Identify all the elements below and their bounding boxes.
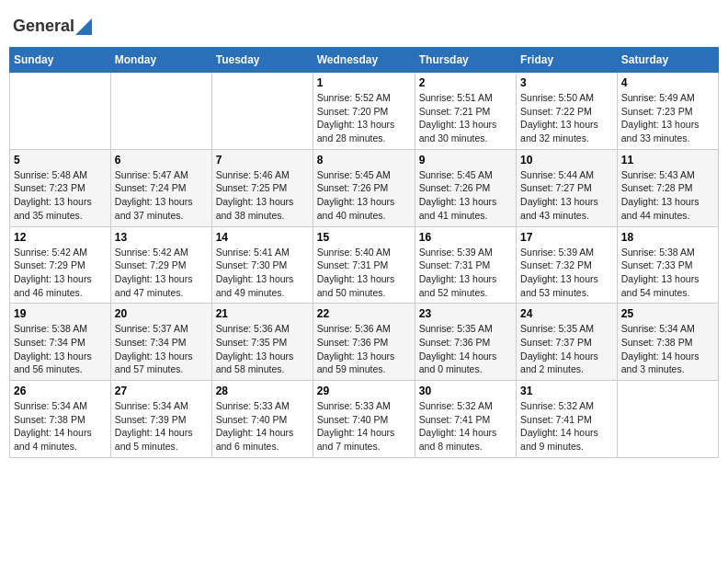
- calendar-cell: 25Sunrise: 5:34 AM Sunset: 7:38 PM Dayli…: [617, 304, 718, 381]
- calendar-cell: 15Sunrise: 5:40 AM Sunset: 7:31 PM Dayli…: [313, 226, 415, 304]
- day-info: Sunrise: 5:45 AM Sunset: 7:26 PM Dayligh…: [317, 168, 411, 223]
- calendar-cell: [211, 73, 313, 150]
- calendar-cell: 10Sunrise: 5:44 AM Sunset: 7:27 PM Dayli…: [517, 149, 618, 226]
- day-info: Sunrise: 5:51 AM Sunset: 7:21 PM Dayligh…: [419, 91, 512, 145]
- day-number: 27: [115, 385, 208, 397]
- day-number: 22: [317, 307, 411, 320]
- day-info: Sunrise: 5:36 AM Sunset: 7:35 PM Dayligh…: [216, 322, 309, 376]
- day-info: Sunrise: 5:37 AM Sunset: 7:34 PM Dayligh…: [115, 322, 208, 376]
- day-number: 9: [419, 154, 512, 167]
- day-info: Sunrise: 5:43 AM Sunset: 7:28 PM Dayligh…: [621, 168, 714, 223]
- day-info: Sunrise: 5:33 AM Sunset: 7:40 PM Dayligh…: [317, 399, 411, 454]
- day-info: Sunrise: 5:44 AM Sunset: 7:27 PM Dayligh…: [520, 168, 613, 223]
- day-info: Sunrise: 5:42 AM Sunset: 7:29 PM Dayligh…: [14, 246, 107, 300]
- day-number: 19: [14, 307, 107, 320]
- calendar-cell: 16Sunrise: 5:39 AM Sunset: 7:31 PM Dayli…: [415, 226, 516, 304]
- day-number: 6: [115, 154, 208, 167]
- day-number: 17: [520, 231, 613, 244]
- day-number: 4: [621, 76, 714, 89]
- day-info: Sunrise: 5:32 AM Sunset: 7:41 PM Dayligh…: [520, 399, 613, 454]
- day-info: Sunrise: 5:40 AM Sunset: 7:31 PM Dayligh…: [317, 246, 411, 300]
- day-header: Tuesday: [211, 48, 313, 73]
- calendar-cell: 17Sunrise: 5:39 AM Sunset: 7:32 PM Dayli…: [517, 226, 618, 304]
- day-info: Sunrise: 5:50 AM Sunset: 7:22 PM Dayligh…: [520, 91, 613, 145]
- day-info: Sunrise: 5:39 AM Sunset: 7:31 PM Dayligh…: [419, 246, 512, 300]
- calendar-table: SundayMondayTuesdayWednesdayThursdayFrid…: [9, 47, 719, 458]
- day-number: 3: [520, 76, 613, 89]
- day-number: 24: [520, 307, 613, 320]
- day-info: Sunrise: 5:35 AM Sunset: 7:37 PM Dayligh…: [520, 322, 613, 376]
- calendar-cell: 6Sunrise: 5:47 AM Sunset: 7:24 PM Daylig…: [110, 149, 211, 226]
- page-header: General: [9, 9, 719, 40]
- calendar-cell: 11Sunrise: 5:43 AM Sunset: 7:28 PM Dayli…: [617, 149, 718, 226]
- day-info: Sunrise: 5:34 AM Sunset: 7:38 PM Dayligh…: [14, 399, 107, 454]
- day-number: 12: [14, 231, 107, 244]
- day-number: 30: [419, 385, 512, 397]
- day-header: Sunday: [10, 48, 111, 73]
- day-header: Saturday: [617, 48, 718, 73]
- calendar-cell: 9Sunrise: 5:45 AM Sunset: 7:26 PM Daylig…: [415, 149, 516, 226]
- day-info: Sunrise: 5:45 AM Sunset: 7:26 PM Dayligh…: [419, 168, 512, 223]
- day-header: Monday: [110, 48, 211, 73]
- calendar-cell: 8Sunrise: 5:45 AM Sunset: 7:26 PM Daylig…: [313, 149, 415, 226]
- day-header: Friday: [517, 48, 618, 73]
- calendar-cell: 23Sunrise: 5:35 AM Sunset: 7:36 PM Dayli…: [415, 304, 516, 381]
- day-info: Sunrise: 5:46 AM Sunset: 7:25 PM Dayligh…: [216, 168, 309, 223]
- calendar-cell: [617, 381, 718, 458]
- day-number: 11: [621, 154, 714, 167]
- calendar-cell: 3Sunrise: 5:50 AM Sunset: 7:22 PM Daylig…: [517, 73, 618, 150]
- day-number: 20: [115, 307, 208, 320]
- calendar-cell: 18Sunrise: 5:38 AM Sunset: 7:33 PM Dayli…: [617, 226, 718, 304]
- day-info: Sunrise: 5:38 AM Sunset: 7:34 PM Dayligh…: [14, 322, 107, 376]
- logo-triangle-icon: [75, 18, 92, 35]
- logo: General: [13, 17, 93, 32]
- day-info: Sunrise: 5:38 AM Sunset: 7:33 PM Dayligh…: [621, 246, 714, 300]
- day-number: 18: [621, 231, 714, 244]
- day-info: Sunrise: 5:42 AM Sunset: 7:29 PM Dayligh…: [115, 246, 208, 300]
- day-number: 2: [419, 76, 512, 89]
- calendar-cell: [110, 73, 211, 150]
- svg-marker-0: [75, 18, 92, 35]
- calendar-cell: 29Sunrise: 5:33 AM Sunset: 7:40 PM Dayli…: [313, 381, 415, 458]
- calendar-cell: 12Sunrise: 5:42 AM Sunset: 7:29 PM Dayli…: [10, 226, 111, 304]
- day-number: 13: [115, 231, 208, 244]
- calendar-cell: 1Sunrise: 5:52 AM Sunset: 7:20 PM Daylig…: [313, 73, 415, 150]
- day-info: Sunrise: 5:33 AM Sunset: 7:40 PM Dayligh…: [216, 399, 309, 454]
- day-info: Sunrise: 5:34 AM Sunset: 7:38 PM Dayligh…: [621, 322, 714, 376]
- day-number: 25: [621, 307, 714, 320]
- day-header: Thursday: [415, 48, 516, 73]
- day-info: Sunrise: 5:48 AM Sunset: 7:23 PM Dayligh…: [14, 168, 107, 223]
- day-number: 23: [419, 307, 512, 320]
- day-info: Sunrise: 5:47 AM Sunset: 7:24 PM Dayligh…: [115, 168, 208, 223]
- day-info: Sunrise: 5:35 AM Sunset: 7:36 PM Dayligh…: [419, 322, 512, 376]
- day-number: 8: [317, 154, 411, 167]
- day-number: 21: [216, 307, 309, 320]
- calendar-cell: [10, 73, 111, 150]
- day-number: 14: [216, 231, 309, 244]
- day-info: Sunrise: 5:39 AM Sunset: 7:32 PM Dayligh…: [520, 246, 613, 300]
- day-number: 1: [317, 76, 411, 89]
- day-number: 29: [317, 385, 411, 397]
- calendar-cell: 28Sunrise: 5:33 AM Sunset: 7:40 PM Dayli…: [211, 381, 313, 458]
- day-number: 31: [520, 385, 613, 397]
- day-info: Sunrise: 5:36 AM Sunset: 7:36 PM Dayligh…: [317, 322, 411, 376]
- day-header: Wednesday: [313, 48, 415, 73]
- calendar-cell: 13Sunrise: 5:42 AM Sunset: 7:29 PM Dayli…: [110, 226, 211, 304]
- calendar-cell: 7Sunrise: 5:46 AM Sunset: 7:25 PM Daylig…: [211, 149, 313, 226]
- calendar-cell: 20Sunrise: 5:37 AM Sunset: 7:34 PM Dayli…: [110, 304, 211, 381]
- day-info: Sunrise: 5:52 AM Sunset: 7:20 PM Dayligh…: [317, 91, 411, 145]
- calendar-cell: 27Sunrise: 5:34 AM Sunset: 7:39 PM Dayli…: [110, 381, 211, 458]
- day-info: Sunrise: 5:34 AM Sunset: 7:39 PM Dayligh…: [115, 399, 208, 454]
- day-number: 28: [216, 385, 309, 397]
- logo-general: General: [13, 17, 74, 36]
- day-info: Sunrise: 5:41 AM Sunset: 7:30 PM Dayligh…: [216, 246, 309, 300]
- calendar-cell: 19Sunrise: 5:38 AM Sunset: 7:34 PM Dayli…: [10, 304, 111, 381]
- day-number: 5: [14, 154, 107, 167]
- day-number: 15: [317, 231, 411, 244]
- calendar-cell: 2Sunrise: 5:51 AM Sunset: 7:21 PM Daylig…: [415, 73, 516, 150]
- calendar-cell: 21Sunrise: 5:36 AM Sunset: 7:35 PM Dayli…: [211, 304, 313, 381]
- calendar-cell: 14Sunrise: 5:41 AM Sunset: 7:30 PM Dayli…: [211, 226, 313, 304]
- day-number: 10: [520, 154, 613, 167]
- calendar-cell: 31Sunrise: 5:32 AM Sunset: 7:41 PM Dayli…: [517, 381, 618, 458]
- day-number: 7: [216, 154, 309, 167]
